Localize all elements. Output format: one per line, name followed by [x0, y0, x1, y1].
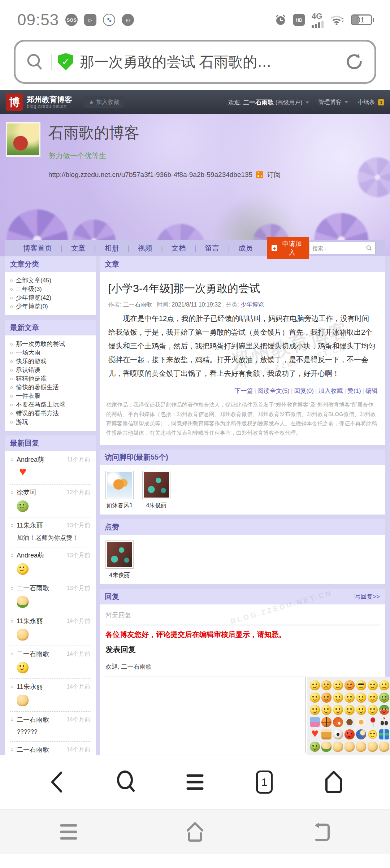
rage-emoji[interactable]: [344, 680, 355, 690]
latest-article-item[interactable]: 承认错误: [10, 366, 91, 374]
coffee-emoji[interactable]: [344, 717, 355, 727]
nav-item-2[interactable]: 相册: [96, 243, 127, 253]
sun-emoji[interactable]: [368, 729, 378, 739]
thumbsup-emoji[interactable]: [321, 742, 332, 752]
latest-article-item[interactable]: 一场大雨: [10, 348, 91, 357]
blog-search-input[interactable]: [312, 245, 366, 251]
category-item[interactable]: 全部文章(45): [10, 276, 91, 285]
teeth-emoji[interactable]: [333, 705, 343, 715]
article-action-link-2[interactable]: 回复(0): [294, 387, 314, 394]
fierce-emoji[interactable]: [321, 693, 332, 703]
article-category-link[interactable]: 少年博览: [240, 301, 264, 308]
kindly-emoji[interactable]: [344, 693, 355, 703]
nav-item-5[interactable]: 留言: [196, 243, 228, 253]
basketball-emoji[interactable]: [321, 717, 332, 727]
system-back-button[interactable]: [300, 810, 343, 854]
cool-emoji[interactable]: [356, 680, 366, 690]
search-button[interactable]: [104, 760, 147, 804]
nav-item-0[interactable]: 博客首页: [14, 243, 61, 253]
article-action-link-4[interactable]: 赞(1): [347, 387, 361, 394]
sidebar-reply-item[interactable]: 二一石雨歌14个月前: [10, 742, 91, 755]
love-emoji[interactable]: [333, 680, 343, 690]
whistle-emoji[interactable]: [356, 705, 366, 715]
article-action-link-3[interactable]: 加入收藏: [318, 387, 343, 394]
moon-emoji[interactable]: [356, 729, 366, 739]
drool-emoji[interactable]: [310, 705, 320, 715]
tabs-button[interactable]: 1: [243, 760, 286, 804]
nav-item-3[interactable]: 视频: [129, 243, 161, 253]
gift-emoji[interactable]: [379, 729, 389, 739]
avatar[interactable]: [105, 471, 134, 499]
subscribe-link[interactable]: 订阅: [267, 170, 281, 179]
shy-emoji[interactable]: [321, 705, 332, 715]
stun-emoji[interactable]: [368, 705, 378, 715]
latest-article-item[interactable]: 愉快的暑假生活: [10, 383, 91, 392]
article-action-link-1[interactable]: 阅读全文(5): [257, 387, 290, 394]
url-text[interactable]: 那一次勇敢的尝试 石雨歌的…: [80, 52, 338, 72]
category-item[interactable]: 少年博览(42): [10, 294, 91, 302]
latest-article-item[interactable]: 一件衣服: [10, 392, 91, 400]
search-icon[interactable]: [366, 245, 372, 251]
avatar[interactable]: [105, 541, 134, 569]
sidebar-reply-item[interactable]: 二一石雨歌13个月前: [10, 580, 91, 613]
latest-article-item[interactable]: 猜猜他是谁: [10, 374, 91, 383]
back-button[interactable]: [35, 760, 78, 804]
blog-owner-avatar[interactable]: [6, 122, 40, 157]
sidebar-reply-item[interactable]: 11朱永丽13个月前加油！老师为你点赞！: [10, 517, 91, 547]
sidebar-reply-item[interactable]: 二一石雨歌14个月前??????: [10, 712, 91, 742]
fist-emoji[interactable]: [368, 742, 378, 752]
system-home-button[interactable]: [173, 810, 217, 854]
victory-emoji[interactable]: [344, 742, 355, 752]
notes-link[interactable]: 小纸条 1: [358, 99, 384, 106]
watermelon-emoji[interactable]: [379, 705, 389, 715]
site-logo[interactable]: 博: [6, 94, 23, 111]
reply-textarea[interactable]: [105, 677, 306, 753]
site-name[interactable]: 郑州教育博客: [27, 95, 72, 104]
refresh-icon[interactable]: [344, 52, 364, 72]
latest-article-item[interactable]: 游玩: [10, 418, 91, 426]
sidebar-reply-item[interactable]: 徐梦珂12个月前: [10, 485, 91, 517]
manage-blog-link[interactable]: 管理博客: [318, 99, 348, 106]
handshake-emoji[interactable]: [333, 742, 343, 752]
user-menu[interactable]: 欢迎, 二一石雨歌 (高级用户): [228, 98, 309, 107]
cake-emoji[interactable]: [321, 729, 332, 739]
sidebar-reply-item[interactable]: 11朱永丽14个月前: [10, 679, 91, 712]
soccer-emoji[interactable]: [333, 729, 343, 739]
system-menu-button[interactable]: [47, 810, 90, 854]
dessert-emoji[interactable]: [356, 717, 366, 727]
heart-emoji[interactable]: [310, 729, 320, 739]
menu-button[interactable]: [173, 760, 217, 804]
nav-item-4[interactable]: 文档: [163, 243, 195, 253]
blog-search-box[interactable]: [309, 242, 376, 254]
textarea-resize-handle[interactable]: ◆: [105, 755, 306, 755]
article-action-link-5[interactable]: 编辑: [365, 387, 378, 394]
write-reply-link[interactable]: 写回复>>: [354, 593, 380, 601]
add-favorite-link[interactable]: ★ 加入收藏: [84, 96, 124, 108]
latest-article-item[interactable]: 不要在马路上玩球: [10, 400, 91, 409]
blog-url[interactable]: http://blog.zzedu.net.cn/u7b57a3f1-936b-…: [48, 171, 252, 179]
drink-emoji[interactable]: [310, 717, 320, 727]
category-item[interactable]: 二年级(3): [10, 285, 91, 294]
rock-emoji[interactable]: [379, 742, 389, 752]
sidebar-reply-item[interactable]: 二一石雨歌14个月前: [10, 646, 91, 679]
pingpong-emoji[interactable]: [333, 717, 343, 727]
soldier-emoji[interactable]: [379, 693, 389, 703]
sidebar-reply-item[interactable]: Andrea萌13个月前: [10, 547, 91, 580]
rose-emoji[interactable]: [368, 717, 378, 727]
home-button[interactable]: [312, 760, 355, 804]
chuckle-emoji[interactable]: [333, 693, 343, 703]
sidebar-reply-item[interactable]: 11朱永丽14个月前: [10, 613, 91, 646]
latest-article-item[interactable]: 那一次勇敢的尝试: [10, 340, 91, 348]
laugh-emoji[interactable]: [368, 693, 378, 703]
ladybug-emoji[interactable]: [344, 729, 355, 739]
latest-article-item[interactable]: 错误的看书方法: [10, 409, 91, 418]
url-bar[interactable]: ✓ 那一次勇敢的尝试 石雨歌的…: [14, 40, 376, 84]
smile-emoji[interactable]: [310, 680, 320, 690]
visitor-card[interactable]: 4朱俊丽: [105, 541, 134, 579]
couple-emoji[interactable]: [379, 717, 389, 727]
grin-emoji[interactable]: [379, 680, 389, 690]
rss-icon[interactable]: [256, 171, 263, 178]
avatar[interactable]: [142, 471, 170, 499]
category-item[interactable]: 少年博览(0): [10, 302, 91, 311]
apply-join-button[interactable]: + 申请加入: [267, 237, 309, 259]
